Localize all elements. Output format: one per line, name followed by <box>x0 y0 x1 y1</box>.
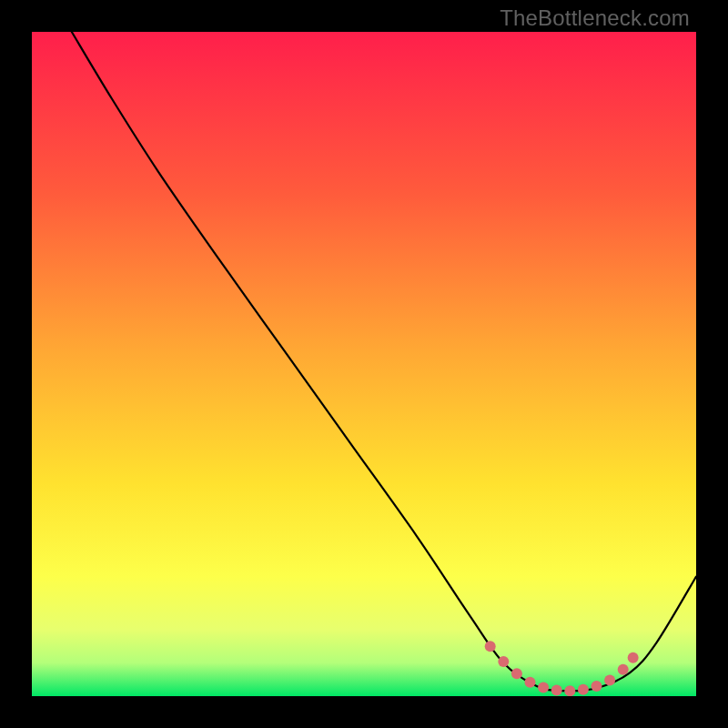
marker-dot <box>628 652 639 663</box>
marker-dot <box>511 668 522 679</box>
marker-dot <box>525 677 536 688</box>
marker-dot <box>485 641 496 652</box>
marker-dot <box>578 684 589 695</box>
marker-dot <box>538 682 549 693</box>
marker-dot <box>498 656 509 667</box>
chart-plot-area <box>32 32 696 696</box>
marker-dot <box>551 684 562 695</box>
marker-dot <box>592 681 602 692</box>
marker-dot <box>618 664 629 675</box>
watermark-text: TheBottleneck.com <box>500 5 690 31</box>
chart-frame <box>32 32 696 696</box>
marker-dot <box>564 685 575 696</box>
chart-svg <box>32 32 696 696</box>
marker-dot <box>604 674 615 685</box>
